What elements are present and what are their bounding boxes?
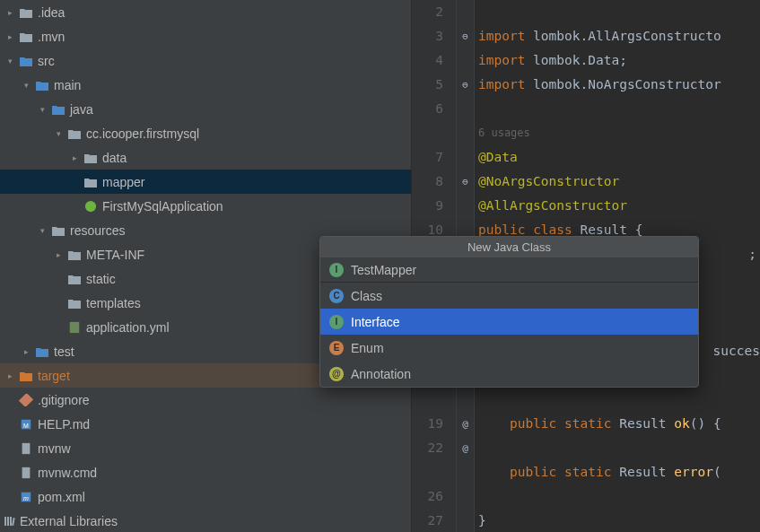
folder-icon [66,271,83,287]
tree-label: resources [70,223,125,238]
svg-text:m: m [23,494,29,501]
new-java-class-popup: New Java Class I TestMapper CClassIInter… [319,236,699,388]
gutter-marker: ⊖ [457,170,474,194]
line-number [412,388,443,412]
tree-label: FirstMySqlApplication [102,199,223,214]
line-number: 22 [412,436,443,460]
gutter-marker [457,121,474,145]
folder-blue-icon [34,344,50,360]
tree-row--idea[interactable]: ▸.idea [0,0,411,24]
tree-row--gitignore[interactable]: .gitignore [0,388,411,412]
svg-rect-1 [70,321,80,332]
folder-icon [66,247,83,263]
line-number: 26 [412,484,443,509]
kind-label: Annotation [351,367,411,381]
md-icon: M [18,416,34,432]
tree-row-main[interactable]: ▾main [0,73,411,97]
iface-icon: I [329,315,344,329]
line-number: 27 [412,509,443,532]
chevron-right-icon[interactable]: ▸ [4,6,16,19]
package-icon [66,126,83,142]
line-number: 5 [412,73,443,97]
class-name-input-row[interactable]: I TestMapper [320,257,698,283]
tree-label: .idea [38,5,65,20]
class-name-value[interactable]: TestMapper [351,263,416,277]
tree-row-firstmysqlapplication[interactable]: FirstMySqlApplication [0,194,411,218]
kind-option-annotation[interactable]: @Annotation [320,361,698,387]
external-libraries[interactable]: External Libraries [0,509,411,532]
svg-text:M: M [23,422,29,428]
chevron-down-icon[interactable]: ▾ [20,79,32,92]
line-number: 2 [412,0,443,24]
svg-rect-2 [19,394,33,406]
tree-row-mvnw[interactable]: mvnw [0,436,411,460]
tree-label: static [86,272,116,286]
chevron-right-icon[interactable]: ▸ [4,31,16,43]
gutter-marker [457,194,474,218]
tree-row-cc-icooper-firstmysql[interactable]: ▾cc.icooper.firstmysql [0,121,411,145]
tree-label: mvnw [38,441,71,456]
tree-label: cc.icooper.firstmysql [86,126,199,141]
tree-label: HELP.md [38,417,90,432]
chevron-down-icon[interactable]: ▾ [36,224,48,237]
line-number: 7 [412,145,443,170]
tree-label: mapper [102,175,144,189]
gutter-marker: ⊖ [457,24,474,48]
svg-rect-12 [12,517,15,525]
tree-row-data[interactable]: ▸data [0,145,411,170]
tree-row-java[interactable]: ▾java [0,97,411,121]
tree-label: mvnw.cmd [38,466,97,480]
tree-label: META-INF [86,248,144,262]
popup-title: New Java Class [320,237,698,257]
maven-icon: m [18,489,34,505]
tree-row-mapper[interactable]: mapper [0,170,411,194]
interface-icon: I [329,263,344,277]
gutter-marker: @ [457,412,474,436]
gutter-marker [457,484,474,509]
enum-icon: E [329,341,344,355]
external-libraries-label: External Libraries [20,514,118,528]
folder-icon [18,4,34,21]
chevron-right-icon[interactable]: ▸ [68,152,81,164]
chevron-right-icon[interactable]: ▸ [20,345,32,358]
tree-label: target [38,369,70,383]
line-number: 3 [412,24,443,48]
kind-label: Class [351,289,382,303]
tree-row-help-md[interactable]: MHELP.md [0,412,411,436]
chevron-right-icon[interactable]: ▸ [4,370,16,382]
chevron-right-icon[interactable]: ▸ [52,249,65,261]
line-number: 9 [412,194,443,218]
line-number [412,121,443,145]
tree-row-mvnw-cmd[interactable]: mvnw.cmd [0,460,411,484]
tree-label: main [54,78,81,92]
anno-icon: @ [329,367,344,381]
chevron-down-icon[interactable]: ▾ [4,55,16,67]
tree-row-pom-xml[interactable]: mpom.xml [0,484,411,509]
gutter-marker [457,460,474,484]
line-number: 4 [412,48,443,73]
svg-rect-9 [4,517,6,526]
chevron-down-icon[interactable]: ▾ [36,103,48,116]
git-icon [18,392,34,408]
folder-blue-icon [34,77,50,93]
tree-label: application.yml [86,320,170,335]
kind-label: Interface [351,315,399,329]
tree-label: .mvn [38,30,65,44]
class-icon: C [329,289,344,303]
chevron-down-icon[interactable]: ▾ [52,127,65,140]
folder-blue-icon [18,53,34,69]
svg-rect-5 [22,442,31,453]
gutter-marker [457,145,474,170]
usage-hint: 6 usages [478,121,760,145]
tree-row-src[interactable]: ▾src [0,48,411,73]
tree-label: java [70,102,93,117]
svg-point-0 [85,200,96,211]
kind-label: Enum [351,341,384,355]
kind-option-interface[interactable]: IInterface [320,309,698,335]
kind-option-class[interactable]: CClass [320,283,698,309]
line-number: 8 [412,170,443,194]
gutter-marker [457,97,474,121]
spring-icon [83,198,99,214]
tree-row--mvn[interactable]: ▸.mvn [0,24,411,48]
kind-option-enum[interactable]: EEnum [320,335,698,361]
